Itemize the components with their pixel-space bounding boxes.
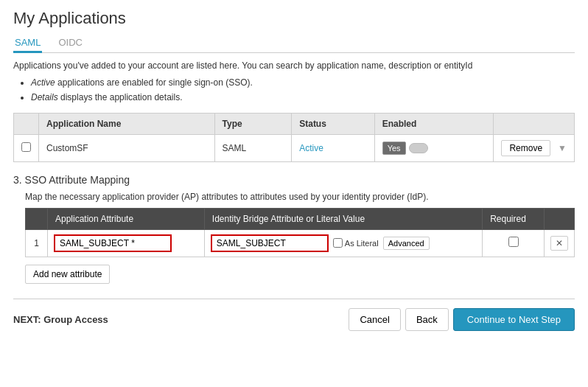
cancel-button[interactable]: Cancel [349, 308, 400, 331]
attr-delete-cell: ✕ [545, 229, 575, 257]
required-checkbox[interactable] [508, 237, 519, 247]
row-type: SAML [214, 134, 292, 161]
delete-attr-button[interactable]: ✕ [550, 236, 568, 251]
attr-id-bridge-cell: As Literal Advanced [204, 229, 482, 257]
row-actions: Remove ▼ [494, 134, 575, 161]
next-label: NEXT: Group Access [13, 314, 108, 325]
application-table: Application Name Type Status Enabled Cus… [13, 113, 575, 162]
attr-row-num: 1 [26, 229, 48, 257]
bullet-item-active: Active applications are enabled for sing… [31, 75, 575, 90]
toggle-yes-button[interactable]: Yes [382, 142, 406, 155]
row-app-name: CustomSF [39, 134, 215, 161]
table-row: CustomSF SAML Active Yes Remove ▼ [14, 134, 575, 161]
attr-col-required: Required [483, 208, 545, 229]
tab-oidc[interactable]: OIDC [57, 32, 84, 52]
col-empty [14, 113, 39, 134]
col-app-name: Application Name [39, 113, 215, 134]
dropdown-arrow-icon[interactable]: ▼ [558, 143, 567, 153]
remove-button[interactable]: Remove [501, 140, 550, 156]
attr-col-delete [545, 208, 575, 229]
continue-button[interactable]: Continue to Next Step [453, 308, 575, 331]
as-literal-checkbox[interactable] [333, 238, 343, 248]
tabs-bar: SAML OIDC [13, 32, 575, 53]
description-text: Applications you've added to your accoun… [13, 60, 575, 71]
add-attr-button[interactable]: Add new attribute [25, 265, 110, 284]
col-type: Type [214, 113, 292, 134]
footer-bar: NEXT: Group Access Cancel Back Continue … [13, 299, 575, 331]
col-action [494, 113, 575, 134]
row-enabled: Yes [374, 134, 494, 161]
attr-row: 1 As Literal Advanced [26, 229, 575, 257]
col-enabled: Enabled [374, 113, 494, 134]
attr-col-app-attr: Application Attribute [48, 208, 205, 229]
attr-col-id-bridge: Identity Bridge Attribute or Literal Val… [204, 208, 482, 229]
sso-section-subtitle: Map the necessary application provider (… [25, 192, 575, 202]
attr-required-cell [483, 229, 545, 257]
back-button[interactable]: Back [405, 308, 449, 331]
bullet-item-details: Details displays the application details… [31, 90, 575, 105]
advanced-button[interactable]: Advanced [383, 237, 430, 250]
app-attr-input[interactable] [54, 234, 172, 252]
as-literal-label: As Literal [333, 238, 379, 248]
row-status: Active [292, 134, 374, 161]
toggle-slider[interactable] [409, 143, 428, 153]
footer-actions: Cancel Back Continue to Next Step [349, 308, 575, 331]
row-checkbox[interactable] [21, 142, 31, 152]
tab-saml[interactable]: SAML [13, 32, 42, 52]
attribute-table: Application Attribute Identity Bridge At… [25, 208, 575, 257]
page-container: My Applications SAML OIDC Applications y… [0, 0, 588, 340]
attr-app-attr-cell [48, 229, 205, 257]
bullet-list: Active applications are enabled for sing… [13, 75, 575, 105]
attr-col-num [26, 208, 48, 229]
id-bridge-input[interactable] [211, 234, 329, 252]
sso-section-title: 3. SSO Attribute Mapping [13, 174, 575, 186]
page-title: My Applications [13, 9, 575, 28]
row-checkbox-cell [14, 134, 39, 161]
col-status: Status [292, 113, 374, 134]
